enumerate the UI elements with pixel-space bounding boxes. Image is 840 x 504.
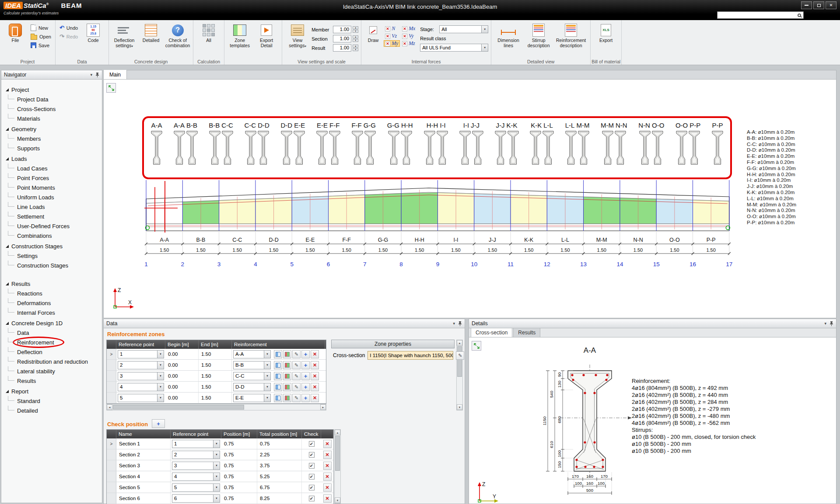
name-cell[interactable]: Section 5	[116, 482, 171, 493]
spin-down-button[interactable]	[353, 30, 358, 33]
chevron-down-icon[interactable]	[90, 73, 92, 77]
zone-view-button[interactable]	[274, 361, 282, 369]
position-cell[interactable]: 0.75	[221, 482, 257, 493]
delete-button[interactable]	[311, 361, 319, 369]
nav-item-redistribution-and-reduction[interactable]: Redistribution and reduction	[1, 357, 102, 366]
row-selector[interactable]	[107, 482, 116, 493]
code-button[interactable]: 1.15 90 25.8 Code	[80, 22, 106, 43]
delete-button[interactable]	[323, 473, 332, 481]
end-cell[interactable]: 1.50	[199, 360, 232, 370]
expand-triangle-icon[interactable]	[6, 157, 9, 160]
begin-cell[interactable]: 0.00	[165, 371, 199, 381]
end-cell[interactable]: 1.50	[199, 349, 232, 359]
add-button[interactable]	[301, 394, 310, 402]
end-cell[interactable]: 1.50	[199, 382, 232, 392]
nav-item-deflection[interactable]: Deflection	[1, 347, 102, 357]
nav-item-cross-sections[interactable]: Cross-Sections	[1, 104, 102, 114]
delete-button[interactable]	[323, 440, 332, 448]
pin-icon[interactable]	[95, 73, 99, 77]
edit-button[interactable]	[292, 383, 301, 391]
zone-view-button[interactable]	[274, 383, 282, 391]
nav-item-load-cases[interactable]: Load Cases	[1, 163, 102, 173]
new-button[interactable]: New	[29, 24, 52, 31]
check-checkbox[interactable]	[309, 496, 315, 501]
reinforcement-dropdown[interactable]: C-C	[233, 372, 271, 380]
minimize-button[interactable]	[801, 1, 812, 9]
force-toggle-my[interactable]: My	[384, 40, 400, 47]
dropdown-arrow-icon[interactable]	[213, 495, 220, 502]
zone-view-button[interactable]	[274, 350, 282, 358]
deflection-settings-button[interactable]: Deflection settings	[112, 22, 137, 49]
dropdown-arrow-icon[interactable]	[264, 361, 270, 369]
spin-down-button[interactable]	[353, 48, 358, 51]
reinforcement-dropdown[interactable]: B-B	[233, 361, 271, 369]
expand-triangle-icon[interactable]	[6, 128, 9, 131]
chevron-down-icon[interactable]	[824, 321, 826, 326]
add-button[interactable]	[301, 372, 310, 380]
begin-cell[interactable]: 0.00	[165, 349, 199, 359]
nav-item-project[interactable]: Project	[1, 85, 102, 94]
name-cell[interactable]: Section 4	[116, 471, 171, 482]
stirrup-description-button[interactable]: Stirrup description	[524, 22, 553, 48]
delete-button[interactable]	[311, 383, 319, 391]
delete-button[interactable]	[311, 372, 319, 380]
scrollbar-thumb[interactable]	[113, 405, 244, 410]
row-selector[interactable]	[107, 371, 116, 381]
reference-point-dropdown[interactable]: 3	[118, 372, 164, 380]
dropdown-arrow-icon[interactable]	[213, 462, 220, 469]
draw-button[interactable]: Draw	[364, 22, 382, 43]
nav-item-construction-stages[interactable]: Construction Stages	[1, 241, 102, 251]
add-check-position-button[interactable]	[152, 419, 165, 428]
name-cell[interactable]: Section 1	[116, 438, 171, 449]
scroll-down-arrow[interactable]	[335, 497, 340, 503]
spin-up-button[interactable]	[353, 45, 358, 48]
pin-icon[interactable]	[458, 321, 462, 326]
reference-point-dropdown[interactable]: 1	[118, 350, 164, 358]
begin-cell[interactable]: 0.00	[165, 393, 199, 403]
nav-item-point-forces[interactable]: Point Forces	[1, 173, 102, 183]
delete-button[interactable]	[311, 394, 319, 402]
edit-cross-section-button[interactable]	[456, 351, 464, 360]
position-cell[interactable]: 0.75	[221, 460, 257, 471]
zone-view-button[interactable]	[274, 372, 282, 380]
row-selector[interactable]	[107, 382, 116, 392]
nav-item-line-loads[interactable]: Line Loads	[1, 202, 102, 212]
calculate-all-button[interactable]: All	[196, 22, 221, 43]
detailed-button[interactable]: Detailed	[138, 22, 164, 43]
expand-triangle-icon[interactable]	[6, 322, 9, 325]
nav-item-combinations[interactable]: Combinations	[1, 231, 102, 240]
scroll-right-arrow[interactable]	[320, 404, 326, 410]
zones-vertical-scrollbar[interactable]	[456, 340, 463, 410]
nav-item-loads[interactable]: Loads	[1, 154, 102, 163]
end-cell[interactable]: 1.50	[199, 393, 232, 403]
expand-details-button[interactable]	[472, 341, 481, 351]
position-cell[interactable]: 0.75	[221, 493, 257, 504]
reinforcement-dropdown[interactable]: A-A	[233, 350, 271, 358]
add-button[interactable]	[301, 383, 310, 391]
nav-item-supports[interactable]: Supports	[1, 143, 102, 153]
reference-point-dropdown[interactable]: 4	[118, 383, 164, 391]
reinforcement-dropdown[interactable]: E-E	[233, 394, 271, 402]
nav-item-lateral-stability[interactable]: Lateral stability	[1, 366, 102, 376]
spin-down-button[interactable]	[353, 39, 358, 42]
force-toggle-vz[interactable]: Vz	[384, 33, 400, 39]
nav-item-user-defined-forces[interactable]: User-Defined Forces	[1, 221, 102, 231]
nav-item-standard[interactable]: Standard	[1, 396, 102, 406]
close-button[interactable]	[826, 1, 836, 9]
expand-triangle-icon[interactable]	[6, 282, 9, 285]
nav-item-uniform-loads[interactable]: Uniform Loads	[1, 192, 102, 202]
search-icon[interactable]	[798, 14, 801, 17]
name-cell[interactable]: Section 6	[116, 493, 171, 504]
force-toggle-vy[interactable]: Vy	[401, 33, 417, 39]
search-input[interactable]	[718, 13, 798, 18]
reference-point-dropdown[interactable]: 4	[172, 473, 220, 481]
nav-item-project-data[interactable]: Project Data	[1, 94, 102, 104]
check-of-combination-button[interactable]: Check of combination	[165, 22, 190, 48]
check-checkbox[interactable]	[309, 474, 315, 480]
reference-point-dropdown[interactable]: 5	[118, 394, 164, 402]
scale-input-result[interactable]: 1.00	[333, 44, 351, 52]
edit-button[interactable]	[292, 394, 301, 402]
position-cell[interactable]: 0.75	[221, 449, 257, 460]
nav-item-detailed[interactable]: Detailed	[1, 406, 102, 415]
nav-item-members[interactable]: Members	[1, 134, 102, 143]
